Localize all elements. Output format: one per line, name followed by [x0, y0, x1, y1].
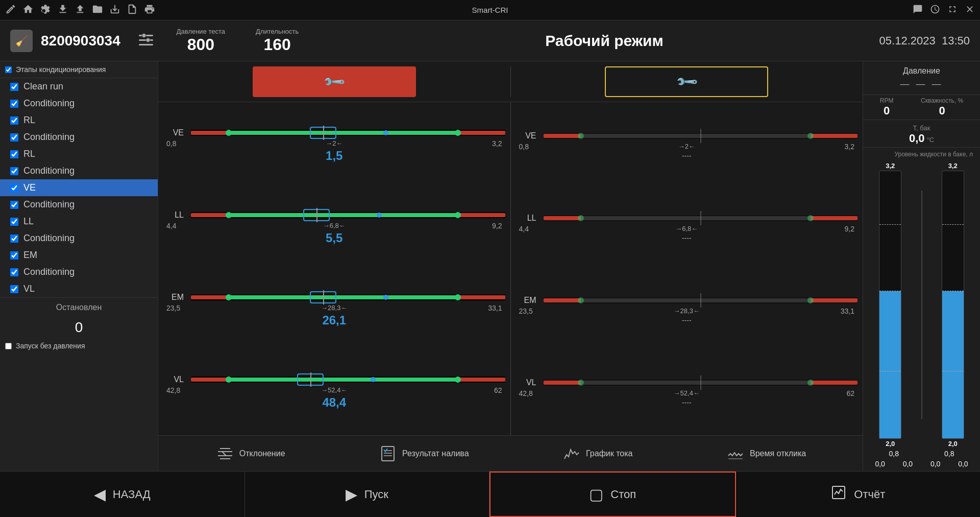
- sidebar-checkbox-5[interactable]: [10, 167, 18, 175]
- sidebar-item-7[interactable]: Conditioning: [0, 196, 158, 213]
- slider-ll-left-track[interactable]: [191, 212, 505, 218]
- sidebar-label-9: Conditioning: [23, 233, 75, 244]
- play-icon: ▶: [346, 485, 357, 503]
- slider-row-vl-right: VL 42,8 →52,4← 62 ----: [516, 376, 858, 409]
- sidebar-item-5[interactable]: Conditioning: [0, 162, 158, 179]
- slider-em-left-track[interactable]: [191, 294, 505, 300]
- sliders-left: VE 0,8 →2← 3,2: [158, 102, 511, 435]
- sliders-icon[interactable]: [136, 30, 156, 52]
- fullscreen-icon[interactable]: [947, 4, 958, 16]
- export-icon[interactable]: [109, 4, 120, 17]
- sidebar-checkbox-11[interactable]: [10, 268, 18, 276]
- response-time-btn[interactable]: Время отклика: [725, 443, 806, 464]
- no-pressure-checkbox[interactable]: [5, 343, 12, 349]
- sidebar-checkbox-4[interactable]: [10, 150, 18, 158]
- slider-em-left-value: 26,1: [163, 313, 505, 327]
- sidebar-label-2: RL: [23, 115, 35, 126]
- sidebar-label-6: VE: [23, 182, 36, 193]
- slider-vl-left-track[interactable]: [191, 377, 505, 383]
- sidebar-checkbox-8[interactable]: [10, 218, 18, 226]
- sidebar-label-4: RL: [23, 149, 35, 159]
- device-id: 8200903034: [41, 33, 120, 49]
- document-icon[interactable]: [127, 4, 138, 17]
- current-chart-label: График тока: [586, 449, 632, 458]
- tank-zero-values: 0,0 0,0 0,0 0,0: [866, 460, 977, 468]
- current-chart-btn[interactable]: График тока: [561, 443, 632, 464]
- clock-icon[interactable]: [930, 4, 940, 16]
- sidebar-item-0[interactable]: Clean run: [0, 78, 158, 95]
- fill-result-btn[interactable]: Результат налива: [378, 443, 469, 464]
- fill-result-icon: [378, 443, 398, 464]
- sidebar-checkbox-3[interactable]: [10, 133, 18, 142]
- datetime: 05.12.2023 13:50: [879, 34, 970, 48]
- sidebar-scroll[interactable]: Этапы кондиционирования Clean run Condit…: [0, 61, 158, 471]
- slider-em-right-label: EM: [516, 296, 536, 305]
- slider-ll-left-min: 4,4: [166, 222, 176, 230]
- upload-icon[interactable]: [75, 4, 86, 17]
- tank-3-bottom-label: 2,0: [948, 440, 958, 448]
- sidebar-item-12[interactable]: VL: [0, 280, 158, 297]
- sidebar-header-checkbox[interactable]: [5, 66, 12, 73]
- slider-ll-left-max: 9,2: [492, 222, 502, 230]
- home-icon[interactable]: [22, 4, 34, 17]
- sidebar-checkbox-12[interactable]: [10, 285, 18, 293]
- sidebar-checkbox-6[interactable]: [10, 184, 18, 192]
- tank-val-1: 0,8: [866, 450, 922, 458]
- back-button[interactable]: ◀ НАЗАД: [0, 472, 245, 517]
- sidebar-checkbox-9[interactable]: [10, 234, 18, 243]
- stop-button[interactable]: ▢ Стоп: [489, 472, 736, 517]
- sidebar-checkbox-1[interactable]: [10, 100, 18, 108]
- slider-vl-right-max: 62: [846, 389, 854, 397]
- sidebar-label-12: VL: [23, 284, 35, 294]
- sidebar-item-4[interactable]: RL: [0, 146, 158, 162]
- slider-ve-right-min: 0,8: [519, 143, 529, 151]
- sidebar-item-3[interactable]: Conditioning: [0, 129, 158, 146]
- settings-icon[interactable]: [40, 4, 51, 17]
- sidebar-item-9[interactable]: Conditioning: [0, 230, 158, 247]
- slider-ll-right-track: [544, 215, 858, 221]
- print-icon[interactable]: [144, 4, 155, 17]
- slider-ve-left-track[interactable]: [191, 130, 505, 136]
- download-icon[interactable]: [57, 4, 68, 17]
- sidebar-checkbox-0[interactable]: [10, 83, 18, 91]
- slider-ve-right-dashes: ----: [516, 152, 858, 160]
- chat-icon[interactable]: [913, 4, 923, 16]
- tank-1: 3,2 2,0: [866, 162, 915, 448]
- tank-1-top-label: 3,2: [886, 162, 895, 170]
- duration-label: Длительность: [256, 28, 299, 35]
- gauge-yellow-bar: 🔧: [605, 66, 768, 97]
- deviation-btn[interactable]: Отклонение: [215, 443, 285, 464]
- slider-em-right-dashes: ----: [516, 316, 858, 324]
- temp-section: Т, бак 0,0 °С: [863, 120, 980, 147]
- slider-ll-right-max: 9,2: [845, 225, 854, 233]
- sidebar-item-2[interactable]: RL: [0, 112, 158, 129]
- tank-val-4: 0,0: [894, 460, 921, 468]
- sidebar-item-11[interactable]: Conditioning: [0, 264, 158, 280]
- sidebar-item-10[interactable]: EM: [0, 247, 158, 264]
- slider-vl-right-dashes: ----: [516, 398, 858, 407]
- sidebar-item-8[interactable]: LL: [0, 213, 158, 230]
- temp-label: Т, бак: [868, 122, 975, 132]
- sidebar-checkbox-2[interactable]: [10, 116, 18, 125]
- sidebar-label-7: Conditioning: [23, 199, 75, 210]
- start-button[interactable]: ▶ Пуск: [245, 472, 490, 517]
- sidebar-status: Остановлен: [0, 297, 158, 317]
- sidebar-item-6[interactable]: VE: [0, 179, 158, 196]
- folder-icon[interactable]: [92, 4, 103, 17]
- sidebar-item-1[interactable]: Conditioning: [0, 95, 158, 112]
- gauge-right: 🔧: [511, 66, 863, 97]
- report-button[interactable]: Отчёт: [736, 472, 981, 517]
- slider-em-left-min: 23,5: [166, 304, 180, 312]
- sidebar-label-5: Conditioning: [23, 166, 75, 176]
- sidebar-checkbox-10[interactable]: [10, 251, 18, 260]
- svg-rect-10: [382, 447, 394, 461]
- sidebar-nopressure: Запуск без давления: [0, 338, 158, 354]
- close-icon[interactable]: [965, 4, 975, 16]
- slider-ve-left-label: VE: [163, 128, 184, 137]
- slider-ll-left-center: →6,8←: [323, 222, 346, 229]
- slider-row-em-right: EM 23,5 →28,3← 33,1 ----: [516, 294, 858, 326]
- sidebar-checkbox-7[interactable]: [10, 201, 18, 209]
- slider-ll-left-label: LL: [163, 210, 184, 220]
- rpm-label: RPM: [880, 97, 894, 104]
- pencil-icon[interactable]: [5, 4, 16, 17]
